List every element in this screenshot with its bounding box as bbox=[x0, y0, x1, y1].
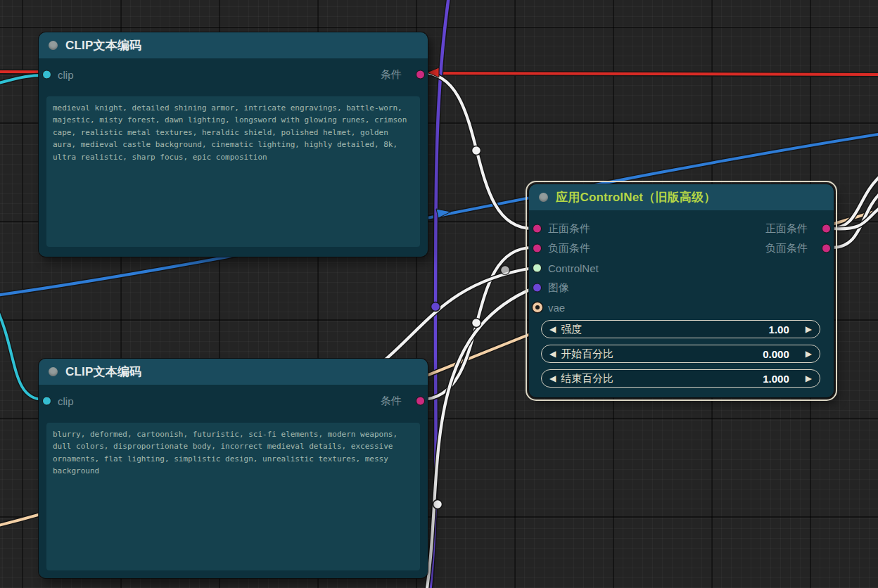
decrement-arrow-icon[interactable]: ◀ bbox=[549, 325, 556, 333]
conditioning-output-label: 条件 bbox=[381, 68, 402, 82]
prompt-textarea[interactable]: blurry, deformed, cartoonish, futuristic… bbox=[46, 423, 420, 570]
positive-conditioning-input-port[interactable] bbox=[533, 224, 542, 234]
vae-input-label: vae bbox=[548, 302, 565, 314]
wire-midpoint-dot bbox=[472, 319, 481, 328]
conditioning-output-label: 条件 bbox=[381, 395, 402, 408]
wire-midpoint-dot bbox=[433, 500, 443, 509]
slot-row-vae: vae bbox=[529, 298, 834, 317]
prompt-textarea[interactable]: medieval knight, detailed shining armor,… bbox=[46, 96, 420, 247]
vae-input-port[interactable] bbox=[533, 302, 542, 312]
node-clip-text-encode-positive[interactable]: CLIP文本编码 clip 条件 medieval knight, detail… bbox=[39, 32, 428, 257]
node-graph-canvas[interactable]: CLIP文本编码 clip 条件 medieval knight, detail… bbox=[0, 0, 878, 588]
node-body: clip 条件 medieval knight, detailed shinin… bbox=[39, 58, 428, 257]
increment-arrow-icon[interactable]: ▶ bbox=[806, 374, 812, 383]
positive-conditioning-input-label: 正面条件 bbox=[548, 222, 590, 236]
node-title: CLIP文本编码 bbox=[65, 364, 141, 380]
clip-input-label: clip bbox=[58, 69, 74, 81]
wire-midpoint-dot bbox=[501, 266, 510, 275]
negative-conditioning-input-label: 负面条件 bbox=[548, 242, 590, 255]
slot-row-image: 图像 bbox=[529, 278, 834, 298]
negative-conditioning-output-label: 负面条件 bbox=[765, 242, 808, 255]
conditioning-output-port[interactable] bbox=[416, 70, 425, 79]
slot-row-negative: 负面条件 负面条件 bbox=[529, 238, 834, 258]
clip-input-port[interactable] bbox=[42, 70, 51, 79]
controlnet-input-label: ControlNet bbox=[548, 262, 599, 274]
controlnet-input-port[interactable] bbox=[533, 264, 542, 273]
slot-row-controlnet: ControlNet bbox=[529, 258, 834, 278]
decrement-arrow-icon[interactable]: ◀ bbox=[549, 350, 556, 358]
link-cyan-clip-bottom bbox=[0, 307, 44, 400]
node-title-bar[interactable]: 应用ControlNet（旧版高级） bbox=[529, 184, 834, 210]
node-body: 正面条件 正面条件 负面条件 负面条件 ControlNet 图像 bbox=[529, 210, 834, 397]
node-title: CLIP文本编码 bbox=[65, 37, 141, 53]
link-white-image bbox=[424, 288, 533, 588]
node-clip-text-encode-negative[interactable]: CLIP文本编码 clip 条件 blurry, deformed, carto… bbox=[39, 359, 428, 578]
widget-label: 结束百分比 bbox=[561, 372, 613, 385]
positive-conditioning-output-port[interactable] bbox=[822, 224, 831, 234]
widget-label: 开始百分比 bbox=[561, 347, 613, 361]
widget-value[interactable]: 1.000 bbox=[763, 373, 789, 385]
wire-midpoint-dot bbox=[472, 146, 481, 155]
node-title-bar[interactable]: CLIP文本编码 bbox=[39, 359, 428, 385]
widget-strength[interactable]: ◀ 强度 1.00 ▶ bbox=[541, 320, 820, 338]
collapse-dot[interactable] bbox=[539, 193, 548, 202]
node-title-bar[interactable]: CLIP文本编码 bbox=[39, 32, 428, 58]
clip-input-label: clip bbox=[58, 395, 74, 407]
node-title: 应用ControlNet（旧版高级） bbox=[556, 189, 715, 205]
slot-row-positive: 正面条件 正面条件 bbox=[529, 219, 834, 238]
negative-conditioning-output-port[interactable] bbox=[822, 244, 831, 253]
widget-value[interactable]: 0.000 bbox=[763, 348, 789, 360]
negative-conditioning-input-port[interactable] bbox=[533, 244, 542, 253]
widget-start-percent[interactable]: ◀ 开始百分比 0.000 ▶ bbox=[541, 345, 820, 363]
conditioning-output-port[interactable] bbox=[416, 397, 425, 406]
slot-row: clip 条件 bbox=[39, 65, 428, 84]
collapse-dot[interactable] bbox=[49, 41, 58, 50]
widget-value[interactable]: 1.00 bbox=[769, 324, 789, 335]
increment-arrow-icon[interactable]: ▶ bbox=[806, 325, 812, 333]
slot-row: clip 条件 bbox=[39, 391, 428, 411]
collapse-dot[interactable] bbox=[49, 367, 58, 376]
widget-label: 强度 bbox=[561, 323, 582, 336]
wire-midpoint-dot bbox=[431, 302, 440, 312]
node-body: clip 条件 blurry, deformed, cartoonish, fu… bbox=[39, 385, 428, 578]
node-apply-controlnet[interactable]: 应用ControlNet（旧版高级） 正面条件 正面条件 负面条件 负面条件 bbox=[529, 184, 834, 397]
decrement-arrow-icon[interactable]: ◀ bbox=[549, 374, 556, 383]
image-input-port[interactable] bbox=[533, 283, 542, 293]
positive-conditioning-output-label: 正面条件 bbox=[765, 222, 808, 236]
increment-arrow-icon[interactable]: ▶ bbox=[806, 350, 812, 358]
image-input-label: 图像 bbox=[548, 281, 569, 295]
widget-end-percent[interactable]: ◀ 结束百分比 1.000 ▶ bbox=[541, 369, 820, 388]
clip-input-port[interactable] bbox=[42, 397, 51, 406]
